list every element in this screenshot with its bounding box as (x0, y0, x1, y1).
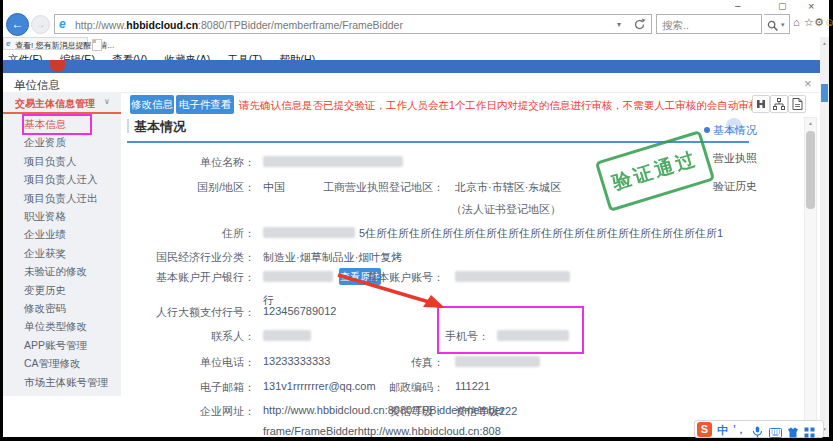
tab-close-icon[interactable]: × (80, 39, 85, 48)
contact-label: 联系人： (3, 329, 255, 344)
postcode-label: 邮政编码： (319, 380, 444, 395)
sidebar-item-change-history[interactable]: 变更历史 (24, 284, 66, 298)
search-icon (767, 18, 779, 36)
unit-info-dialog: 单位信息 × 交易主体信息管理 ∨ 基本信息 企业资质 项目负责人 项目负责人迁… (3, 73, 820, 437)
verification-warning-text: 请先确认信息是否已提交验证，工作人员会在1个工作日内对提交的信息进行审核，不需要… (239, 99, 791, 113)
tab-ie-icon: e (6, 39, 10, 48)
pay-bank-no-label: 人行大额支付行号： (3, 305, 255, 320)
industry-value: 制造业·烟草制品业·烟叶复烤 (263, 250, 402, 265)
section-title: 基本情况 (134, 118, 186, 136)
smiley-feedback-icon[interactable]: ☺ (824, 16, 833, 28)
modify-info-button[interactable]: 修改信息 (130, 95, 174, 114)
soft-keyboard-icon[interactable] (769, 424, 782, 441)
structure-h-icon[interactable] (752, 95, 770, 113)
url-text: http://www.hbbidcloud.cn:8080/TPBidder/m… (75, 19, 403, 31)
dialog-title-divider (3, 92, 820, 93)
credit-rating-label: 资信等级： (319, 404, 444, 419)
country-value: 中国 (263, 180, 285, 195)
website-label: 企业网址： (3, 404, 255, 419)
industry-label: 国民经济行业分类： (3, 250, 255, 265)
back-button[interactable]: ← (6, 13, 29, 36)
credit-rating-value: 资信等级222 (455, 404, 517, 419)
biz-region-value: 北京市·市辖区·东城区 (455, 180, 561, 195)
search-box[interactable]: 搜索.. (656, 14, 762, 34)
redacted-fax-number (455, 356, 540, 367)
new-tab-corner (93, 40, 96, 43)
redacted-account-number (455, 271, 570, 282)
window-maximize-button[interactable]: ▢ (778, 1, 787, 11)
pdf-export-icon[interactable] (788, 95, 806, 113)
annotation-arrow (333, 271, 448, 315)
toolbox-grid-icon[interactable] (804, 424, 815, 441)
phone-label: 单位电话： (3, 355, 255, 370)
sidebar-item-enterprise-qualification[interactable]: 企业资质 (24, 136, 66, 150)
settings-gear-icon[interactable]: ⚙ (814, 16, 824, 29)
sidebar-group-trade-subject-info[interactable]: 交易主体信息管理 (15, 97, 95, 111)
search-button[interactable]: ▾ (764, 14, 790, 34)
search-caret-icon: ▾ (781, 21, 785, 29)
ie-page-icon: e (59, 17, 66, 31)
chevron-down-icon[interactable]: ∨ (104, 97, 110, 106)
mobile-label: 手机号： (445, 329, 489, 344)
pay-bank-no-value: 123456789012 (263, 305, 336, 317)
redacted-unit-name (263, 156, 403, 167)
forward-icon: → (36, 19, 46, 30)
ime-toolbar: S 中 ’， (694, 420, 824, 438)
fax-label: 传真： (319, 355, 444, 370)
anchor-verification-history[interactable]: 验证历史 (713, 179, 757, 194)
redacted-mobile-number (497, 330, 569, 341)
postcode-value: 111221 (455, 380, 490, 392)
unit-name-label: 单位名称： (3, 155, 255, 170)
address-visible-text: 5住所住所住所住所住所住所住所住所住所住所住所住所住所住所住所住所1 (359, 226, 723, 241)
country-label: 国别/地区： (3, 180, 255, 195)
screenshot-root: – ▢ × ← → e http://www.hbbidcloud.cn:808… (0, 0, 833, 441)
favorites-star-icon[interactable]: ☆ (804, 16, 814, 29)
home-icon[interactable]: ⌂ (793, 16, 800, 28)
redacted-address-prefix (263, 227, 355, 238)
url-dropdown-caret-icon[interactable]: ▾ (617, 20, 621, 29)
sogou-logo-icon[interactable]: S (697, 422, 712, 437)
dialog-close-icon[interactable]: × (804, 76, 812, 91)
bank-label: 基本账户开户银行： (3, 270, 255, 285)
window-minimize-button[interactable]: – (735, 0, 741, 11)
email-label: 电子邮箱： (3, 380, 255, 395)
anchor-business-license[interactable]: 营业执照 (713, 151, 757, 166)
redacted-contact-name (263, 330, 311, 341)
microphone-icon[interactable] (752, 424, 763, 441)
sidebar-item-basic-info[interactable]: 基本信息 (24, 118, 66, 132)
dialog-scroll-up-icon[interactable]: ▲ (805, 120, 816, 126)
skin-shirt-icon[interactable] (787, 424, 799, 441)
dialog-title: 单位信息 (14, 78, 60, 93)
sitemap-icon[interactable] (770, 95, 788, 113)
window-close-button[interactable]: × (808, 0, 814, 12)
site-header-strip (3, 60, 829, 73)
page-scrollbar-thumb[interactable] (821, 84, 828, 102)
address-bar[interactable]: e http://www.hbbidcloud.cn:8080/TPBidder… (54, 14, 652, 34)
page-scroll-up-icon[interactable]: ▲ (819, 40, 830, 46)
address-label: 住所： (3, 226, 255, 241)
search-placeholder: 搜索.. (662, 19, 689, 33)
legal-region-note: （法人证书登记地区） (451, 202, 561, 217)
anchor-basic-info[interactable]: 基本情况 (713, 123, 757, 138)
dialog-scrollbar-thumb[interactable] (806, 131, 815, 209)
refresh-icon[interactable] (633, 17, 646, 35)
back-icon: ← (12, 17, 24, 31)
menu-bar: 文件(F) 编辑(E) 查看(V) 收藏夹(A) 工具(T) 帮助(H) (8, 49, 328, 60)
ime-lang-toggle[interactable]: 中 (717, 423, 728, 438)
forward-button[interactable]: → (31, 15, 50, 34)
anchor-dot-icon (704, 127, 710, 133)
ime-punctuation-toggle[interactable]: ’， (733, 423, 746, 437)
electronic-file-view-button[interactable]: 电子件查看 (176, 95, 234, 114)
website-value-line2: frame/FrameBidderhttp://www.hbbidcloud.c… (263, 425, 501, 437)
sidebar-item-occupational-qualification[interactable]: 职业资格 (24, 210, 66, 224)
section-accent-bar (127, 119, 129, 133)
biz-region-label: 工商营业执照登记地区： (319, 180, 444, 195)
